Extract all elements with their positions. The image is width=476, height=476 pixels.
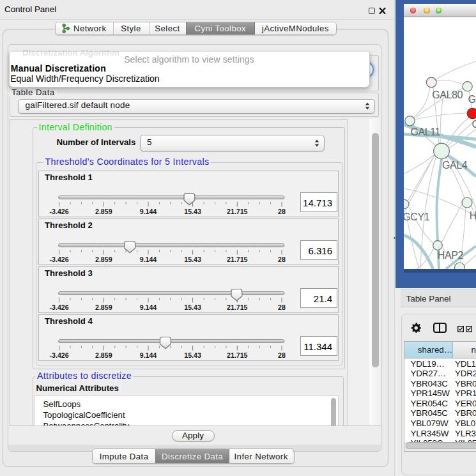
svg-text:HAP2: HAP2 — [438, 250, 464, 261]
svg-text:GAL4: GAL4 — [468, 94, 476, 105]
svg-text:HIS7: HIS7 — [470, 210, 476, 221]
svg-text:GAL4: GAL4 — [442, 160, 468, 171]
svg-text:GAL11: GAL11 — [410, 127, 440, 137]
svg-text:GAL80: GAL80 — [432, 89, 463, 100]
svg-text:GCY1: GCY1 — [404, 211, 430, 222]
svg-text:CDC2: CDC2 — [472, 119, 476, 130]
